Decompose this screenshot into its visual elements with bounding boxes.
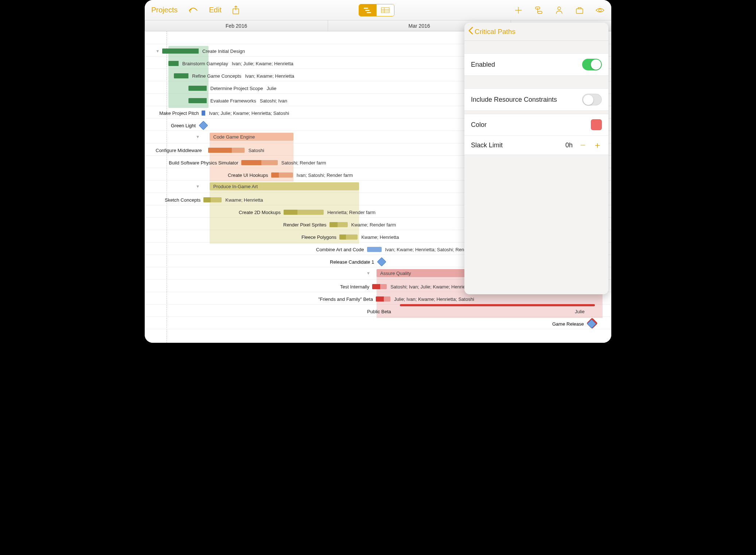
task-resources: Julie; Ivan; Kwame; Henrietta; Satoshi: [394, 296, 474, 302]
undo-button[interactable]: [188, 6, 199, 14]
row-label: Slack Limit: [471, 141, 503, 149]
enabled-row: Enabled: [464, 54, 608, 75]
group-header[interactable]: Code Game Engine: [210, 133, 293, 141]
task-row[interactable]: Combine Art and Code Ivan; Kwame; Henrie…: [316, 244, 482, 255]
task-row[interactable]: Render Pixel Sprites Kwame; Render farm: [283, 220, 396, 230]
task-row[interactable]: Fleece Polygons Kwame; Henrietta: [301, 232, 399, 242]
task-label: Test Internally: [340, 284, 372, 290]
task-resources: Julie: [267, 86, 277, 91]
task-label: Evaluate Frameworks: [210, 98, 256, 104]
svg-rect-1: [364, 8, 368, 9]
task-row[interactable]: Sketch Concepts Kwame; Henrietta: [165, 195, 263, 205]
disclose-icon[interactable]: ▼: [156, 49, 160, 53]
task-row[interactable]: Create 2D Mockups Henrietta; Render farm: [239, 207, 375, 217]
popover-title: Critical Paths: [475, 28, 515, 36]
projects-button[interactable]: Projects: [151, 6, 178, 14]
disclose-icon[interactable]: ▼: [196, 135, 200, 139]
slack-limit-row: Slack Limit 0h − ＋: [464, 135, 608, 155]
task-row[interactable]: ▼ Create Initial Design: [156, 46, 245, 56]
task-label: Build Software Physics Simulator: [169, 160, 241, 166]
task-resources: Kwame; Render farm: [351, 222, 396, 228]
svg-point-10: [558, 7, 561, 10]
diamond-icon: [587, 319, 596, 328]
task-row[interactable]: "Friends and Family" Beta Julie; Ivan; K…: [318, 294, 474, 304]
row-label: Color: [471, 121, 487, 129]
add-button[interactable]: [514, 5, 523, 15]
task-label: Sketch Concepts: [165, 197, 203, 203]
milestone[interactable]: Release Candidate 1: [330, 257, 385, 267]
gantt-view-segment[interactable]: [359, 4, 377, 16]
diamond-icon: [199, 121, 208, 130]
view-options-button[interactable]: [595, 5, 605, 15]
task-row[interactable]: Build Software Physics Simulator Satoshi…: [169, 158, 326, 168]
briefcase-button[interactable]: [575, 5, 584, 15]
task-resources: Kwame; Henrietta: [361, 234, 399, 240]
milestone[interactable]: Green Light: [171, 120, 207, 131]
task-label: Public Beta: [367, 309, 394, 314]
diamond-icon: [377, 257, 386, 266]
task-label: Combine Art and Code: [316, 247, 367, 252]
task-label: "Friends and Family" Beta: [318, 296, 376, 302]
include-resource-constraints-switch[interactable]: [582, 94, 602, 105]
resources-button[interactable]: [554, 5, 564, 15]
task-label: Brainstorm Gameplay: [182, 61, 228, 66]
svg-rect-11: [576, 9, 583, 13]
svg-rect-2: [365, 10, 370, 11]
outline-view-segment[interactable]: [377, 4, 394, 16]
task-label: Refine Game Concepts: [192, 73, 241, 79]
task-label: Code Game Engine: [213, 134, 255, 140]
task-row[interactable]: Public Beta Julie: [367, 306, 394, 317]
share-button[interactable]: [232, 5, 240, 15]
task-row[interactable]: Brainstorm Gameplay Ivan; Julie; Kwame; …: [168, 58, 293, 69]
task-label: Assure Quality: [380, 271, 411, 276]
view-options-popover: Critical Paths Enabled Include Resource …: [464, 23, 608, 294]
row-label: Include Resource Constraints: [471, 96, 557, 104]
svg-point-12: [599, 9, 601, 11]
view-segmented-control[interactable]: [359, 4, 394, 16]
task-row[interactable]: Configure Middleware Satoshi: [156, 145, 264, 155]
task-resources: Satoshi; Render farm: [281, 160, 326, 166]
task-label: Create Initial Design: [202, 48, 245, 54]
slack-limit-stepper: 0h − ＋: [565, 141, 602, 150]
task-label: Make Project Pitch: [159, 110, 202, 116]
row-label: Enabled: [471, 61, 495, 69]
milestone-label: Game Release: [552, 321, 584, 327]
task-resources: Ivan; Kwame; Henrietta: [245, 73, 294, 79]
disclose-icon[interactable]: ▼: [366, 271, 370, 275]
task-label: Determine Project Scope: [210, 86, 263, 91]
task-row[interactable]: Create UI Hookups Ivan; Satoshi; Render …: [228, 170, 353, 180]
task-row[interactable]: Evaluate Frameworks Satoshi; Ivan: [188, 96, 287, 106]
back-button[interactable]: [468, 26, 473, 37]
color-chip[interactable]: [591, 119, 602, 130]
toolbar: Projects Edit: [145, 0, 611, 20]
link-tasks-button[interactable]: [534, 5, 543, 15]
task-row[interactable]: Make Project Pitch Ivan; Julie; Kwame; H…: [159, 108, 289, 118]
slack-limit-value: 0h: [565, 141, 573, 149]
task-resources: Henrietta; Render farm: [327, 210, 375, 215]
svg-rect-9: [538, 11, 542, 13]
milestone-label: Green Light: [171, 123, 196, 128]
task-label: Create UI Hookups: [228, 172, 271, 178]
task-label: Create 2D Mockups: [239, 210, 284, 215]
task-resources: Satoshi; Ivan: [260, 98, 287, 104]
stepper-minus-button[interactable]: −: [578, 141, 587, 150]
enabled-switch[interactable]: [582, 59, 602, 70]
task-label: Render Pixel Sprites: [283, 222, 330, 228]
task-row[interactable]: Determine Project Scope Julie: [188, 83, 276, 93]
month-label: Feb 2016: [145, 20, 328, 31]
task-resources: Satoshi: [248, 148, 264, 153]
color-row[interactable]: Color: [464, 114, 608, 135]
group-header[interactable]: Produce In-Game Art: [210, 182, 359, 190]
task-resources: Julie: [575, 309, 585, 314]
svg-rect-3: [367, 12, 371, 13]
critical-path-bar: [400, 304, 595, 306]
milestone[interactable]: Game Release: [552, 319, 595, 329]
task-resources: Ivan; Julie; Kwame; Henrietta: [232, 61, 293, 66]
stepper-plus-button[interactable]: ＋: [593, 141, 602, 150]
task-resources: Satoshi; Ivan; Julie; Kwame; Henrietta: [390, 284, 471, 290]
edit-button[interactable]: Edit: [209, 6, 221, 14]
disclose-icon[interactable]: ▼: [196, 184, 200, 189]
task-row[interactable]: Test Internally Satoshi; Ivan; Julie; Kw…: [340, 282, 471, 292]
task-row[interactable]: Refine Game Concepts Ivan; Kwame; Henrie…: [174, 71, 294, 81]
task-label: Produce In-Game Art: [213, 184, 258, 189]
